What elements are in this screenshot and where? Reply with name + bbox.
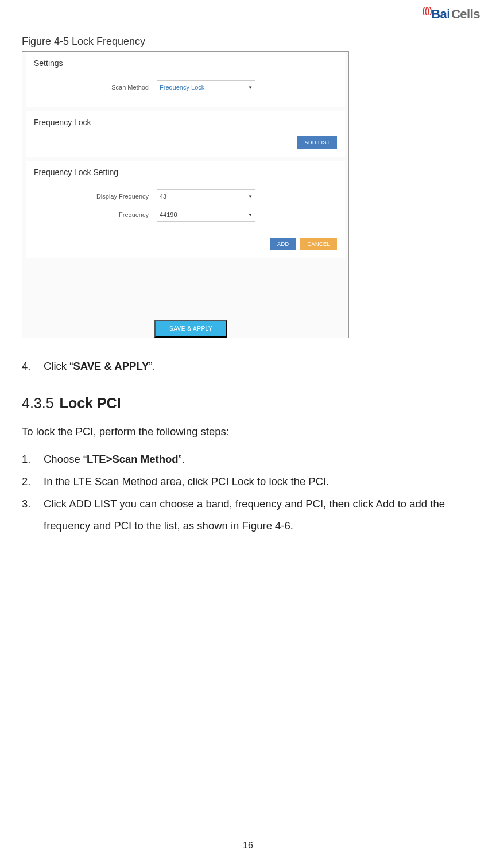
brand-logo: (()) Bai Cells <box>423 7 480 22</box>
scan-method-row: Scan Method Frequency Lock ▼ <box>34 80 337 94</box>
scan-method-value: Frequency Lock <box>160 84 204 91</box>
chevron-down-icon: ▼ <box>248 212 253 218</box>
step-4-suffix: ”. <box>149 360 155 372</box>
frequency-lock-title: Frequency Lock <box>26 111 345 133</box>
scan-method-select[interactable]: Frequency Lock ▼ <box>157 80 255 94</box>
step-2-number: 2. <box>22 471 32 493</box>
step-3-text: Click ADD LIST you can choose a band, fr… <box>44 493 485 538</box>
frequency-row: Frequency 44190 ▼ <box>34 208 337 222</box>
add-button[interactable]: ADD <box>270 238 296 250</box>
step-3-line-b: frequency and PCI to the list, as shown … <box>44 520 242 532</box>
display-frequency-label: Display Frequency <box>34 193 149 200</box>
step-2-text: In the LTE Scan Method area, click PCI L… <box>44 471 485 493</box>
wifi-icon: (()) <box>423 6 432 16</box>
section-heading: 4.3.5Lock PCI <box>22 395 485 412</box>
figure-caption: Figure 4-5 Lock Frequency <box>22 36 485 48</box>
step-4-text: Click “SAVE & APPLY”. <box>44 355 485 378</box>
step-4-bold: SAVE & APPLY <box>73 360 149 372</box>
fls-title: Frequency Lock Setting <box>26 161 345 183</box>
settings-title: Settings <box>26 52 345 73</box>
chevron-down-icon: ▼ <box>248 194 253 199</box>
settings-panel: Settings Scan Method Frequency Lock ▼ <box>26 52 345 107</box>
frequency-label: Frequency <box>34 211 149 218</box>
step-3-figref: Figure 4-6 <box>242 520 290 532</box>
step-1-text: Choose “LTE>Scan Method”. <box>44 448 485 471</box>
step-3-line-c: . <box>290 520 293 532</box>
step-4: 4. Click “SAVE & APPLY”. <box>22 355 485 378</box>
step-3-line-a: Click ADD LIST you can choose a band, fr… <box>44 498 445 510</box>
scan-method-label: Scan Method <box>34 84 149 91</box>
step-1: 1. Choose “LTE>Scan Method”. <box>22 448 485 471</box>
logo-cells: Cells <box>451 7 480 22</box>
step-4-number: 4. <box>22 355 32 378</box>
step-1-suffix: ”. <box>179 453 185 465</box>
display-frequency-row: Display Frequency 43 ▼ <box>34 189 337 203</box>
frequency-select[interactable]: 44190 ▼ <box>157 208 255 222</box>
chevron-down-icon: ▼ <box>248 85 253 90</box>
frequency-value: 44190 <box>160 211 177 218</box>
add-list-button[interactable]: ADD LIST <box>297 136 337 149</box>
section-number: 4.3.5 <box>22 395 54 411</box>
display-frequency-value: 43 <box>160 193 166 200</box>
step-3-number: 3. <box>22 493 32 538</box>
display-frequency-select[interactable]: 43 ▼ <box>157 189 255 203</box>
screenshot-figure: Settings Scan Method Frequency Lock ▼ Fr… <box>22 51 349 338</box>
step-1-prefix: Choose “ <box>44 453 87 465</box>
section-intro: To lock the PCI, perform the following s… <box>22 425 485 438</box>
save-apply-button[interactable]: SAVE & APPLY <box>154 320 227 338</box>
step-3: 3. Click ADD LIST you can choose a band,… <box>22 493 485 538</box>
step-1-bold: LTE>Scan Method <box>87 453 179 465</box>
step-2: 2. In the LTE Scan Method area, click PC… <box>22 471 485 493</box>
step-4-prefix: Click “ <box>44 360 73 372</box>
frequency-lock-panel: Frequency Lock ADD LIST <box>26 111 345 157</box>
cancel-button[interactable]: CANCEL <box>300 238 337 250</box>
frequency-lock-setting-panel: Frequency Lock Setting Display Frequency… <box>26 161 345 258</box>
logo-bai: Bai <box>431 7 450 22</box>
section-title: Lock PCI <box>60 395 121 411</box>
page-number: 16 <box>0 840 496 851</box>
step-1-number: 1. <box>22 448 32 471</box>
